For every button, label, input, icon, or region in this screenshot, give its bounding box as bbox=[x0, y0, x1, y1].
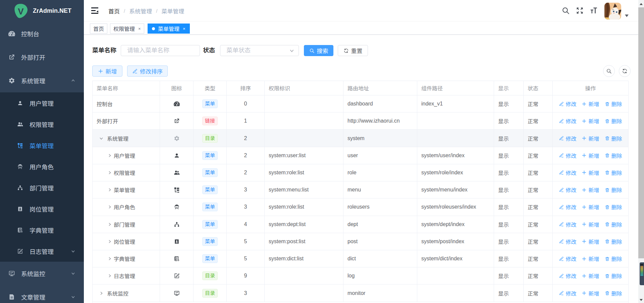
svg-text:V: V bbox=[18, 6, 24, 16]
